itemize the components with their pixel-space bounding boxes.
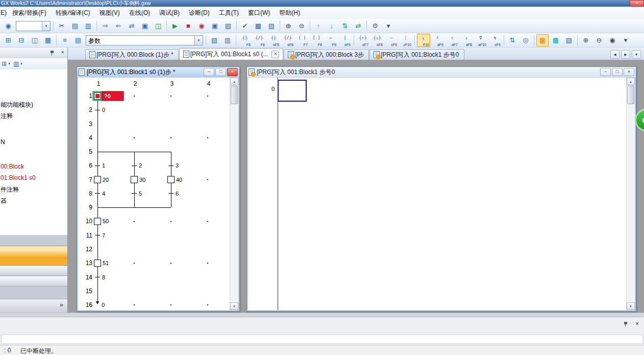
sfc-step-symbol[interactable] xyxy=(94,176,101,183)
ladder-edit-cursor[interactable] xyxy=(278,80,307,102)
sfc-step-symbol[interactable] xyxy=(94,218,101,225)
sort-order-button[interactable]: ▥▼ xyxy=(13,60,23,67)
delete-vertical-line-button[interactable]: ┆cF10 xyxy=(399,34,412,47)
sfc-vertical-scrollbar[interactable]: ▲ ▼ xyxy=(230,78,238,310)
closed-contact-button[interactable]: ┤/├F6 xyxy=(253,34,266,47)
program-check-button[interactable]: ✔ xyxy=(239,20,251,32)
window-close-button[interactable]: × xyxy=(630,0,644,7)
scrollbar-thumb[interactable] xyxy=(627,86,634,104)
horizontal-splitter[interactable] xyxy=(0,313,644,317)
chevron-more-icon[interactable]: » xyxy=(60,301,63,309)
menu-item-5[interactable]: 调试(B) xyxy=(155,7,184,19)
pin-icon[interactable] xyxy=(49,50,55,56)
sfc-step-symbol[interactable] xyxy=(131,176,138,183)
parameter-check-button[interactable]: ≡ xyxy=(59,34,71,46)
tab-document-1[interactable]: [PRG]写入 000:Block (1)步 * xyxy=(85,49,179,60)
menu-item-3[interactable]: 视图(V) xyxy=(95,7,125,19)
zoom-out-editor-button[interactable]: ⊖ xyxy=(593,34,605,46)
cross-reference-button[interactable]: ◎ xyxy=(519,34,532,46)
sfc-editor-canvas[interactable]: 123412345678910111213141516?001232030404… xyxy=(78,78,238,310)
verify-with-plc-button[interactable]: ⇄ xyxy=(126,20,138,32)
horizontal-line-button[interactable]: ─F9 xyxy=(324,34,337,47)
copy-button[interactable]: ▤ xyxy=(69,20,81,32)
ladder-vertical-scrollbar[interactable]: ▲ ▼ xyxy=(626,78,635,310)
read-mode-button[interactable]: ▧ xyxy=(222,20,234,32)
restore-button[interactable]: □ xyxy=(215,68,226,76)
zoom-in-button[interactable]: ⊕ xyxy=(282,20,294,32)
ladder-edit-mode-button[interactable]: ▦ xyxy=(536,34,549,46)
menu-item-8[interactable]: 窗口(W) xyxy=(243,7,275,19)
nav-user-library-button[interactable] xyxy=(0,266,67,276)
statement-display-button[interactable]: ▤ xyxy=(72,34,84,46)
pin-icon[interactable] xyxy=(623,321,629,327)
close-button[interactable]: × xyxy=(227,68,238,76)
window-tile-button[interactable]: ◫ xyxy=(29,34,41,46)
nav-connection-button[interactable] xyxy=(0,276,67,287)
zoom-out-button[interactable]: ⊖ xyxy=(295,20,308,32)
menu-item-edit-partial[interactable]: E) xyxy=(0,8,8,18)
zoom-in-editor-button[interactable]: ⊕ xyxy=(580,34,592,46)
project-data-list-button[interactable]: ◉ xyxy=(2,20,14,32)
window-split-button[interactable]: ⊟ xyxy=(15,34,28,46)
block-jump-button[interactable]: ⇄ xyxy=(352,20,364,32)
sfc-step-symbol[interactable] xyxy=(168,176,175,183)
minimize-button[interactable]: – xyxy=(204,68,214,76)
tab-close-icon[interactable]: × xyxy=(271,51,279,58)
menu-item-4[interactable]: 在线(O) xyxy=(125,7,155,19)
target-combo[interactable]: 参数▼ xyxy=(86,35,203,45)
scroll-up-icon[interactable]: ▲ xyxy=(230,78,238,85)
screen-jump-next-button[interactable]: ↓ xyxy=(326,20,338,32)
comment-display-button[interactable]: ▥ xyxy=(221,34,234,46)
tab-document-3[interactable]: [PRG]写入 000:Block 3步 xyxy=(284,49,369,60)
step-jump-button[interactable]: ⇅ xyxy=(339,20,351,32)
display-filter-button[interactable]: ⊞▼ xyxy=(2,60,11,67)
operation-result-button[interactable]: ↯cF9 xyxy=(488,34,502,47)
monitor-start-button[interactable]: ▶ xyxy=(169,20,181,32)
write-to-plc-button[interactable]: ⇒ xyxy=(99,20,111,32)
dock-close-icon[interactable]: × xyxy=(635,320,639,327)
tab-next-icon[interactable]: ▶ xyxy=(621,50,630,59)
tab-prev-icon[interactable]: ◀ xyxy=(610,50,620,59)
restore-button[interactable]: □ xyxy=(612,68,623,76)
paste-button[interactable]: ▥ xyxy=(82,20,94,32)
instruction-sort-button[interactable]: ⇅ xyxy=(506,34,518,46)
tab-document-4[interactable]: [PRG]写入 001:Block1 步号0 xyxy=(369,49,464,60)
device-find-button[interactable]: ◉ xyxy=(606,34,618,46)
line-write-button[interactable]: ┐F10 xyxy=(417,34,430,47)
closed-branch-button[interactable]: ┤/├sF6 xyxy=(281,34,294,47)
sfc-window-titlebar[interactable]: [PRG]写入 001:Block1 s0 (1)步 * – □ × xyxy=(77,67,239,77)
falling-pulse-button[interactable]: ┤↓├sF8 xyxy=(370,34,384,47)
coil-button[interactable]: ( )F7 xyxy=(295,34,309,47)
menu-item-1[interactable]: 搜索/替换(F) xyxy=(8,7,51,19)
monitor-write-mode-button[interactable]: ▣ xyxy=(209,20,221,32)
navigation-close-icon[interactable]: × xyxy=(61,49,64,55)
scroll-down-icon[interactable]: ▼ xyxy=(230,302,238,310)
monitor-start-all-button[interactable]: ◫ xyxy=(152,20,164,32)
vertical-line-button[interactable]: │sF9 xyxy=(338,34,352,47)
delete-horizontal-line-button[interactable]: ┄cF9 xyxy=(385,34,398,47)
close-button[interactable]: × xyxy=(624,68,634,76)
device-display-button[interactable]: ▧ xyxy=(208,34,220,46)
sfc-jump-arrow[interactable] xyxy=(96,301,99,304)
scroll-down-icon[interactable]: ▼ xyxy=(627,302,635,310)
window-grid-button[interactable]: ▦ xyxy=(42,34,54,46)
pulse-contact-button[interactable]: ∇aF10 xyxy=(474,34,487,47)
monitor-mode-button[interactable]: ◉ xyxy=(195,20,208,32)
rising-edge-or-button[interactable]: ↑aF7 xyxy=(445,34,459,47)
application-instruction-button[interactable]: [ ]F8 xyxy=(310,34,323,47)
screen-jump-prev-button[interactable]: ↑ xyxy=(312,20,325,32)
options-button[interactable]: ⚙ xyxy=(369,20,381,32)
rebuild-all-button[interactable]: ▨ xyxy=(265,20,278,32)
tree-item-7[interactable]: 器 xyxy=(1,197,7,205)
open-contact-button[interactable]: ┤├F5 xyxy=(238,34,252,47)
toolbar-overflow-button[interactable]: ▾ xyxy=(382,20,394,32)
menu-item-6[interactable]: 诊断(D) xyxy=(184,7,214,19)
build-button[interactable]: ▩ xyxy=(252,20,264,32)
monitor-display-button[interactable]: ▧ xyxy=(563,34,575,46)
nav-project-button[interactable] xyxy=(0,246,67,266)
scroll-up-icon[interactable]: ▲ xyxy=(627,78,635,85)
window-select-combo[interactable]: ▼ xyxy=(16,21,51,31)
cut-button[interactable]: ✂ xyxy=(56,20,68,32)
read-from-plc-button[interactable]: ⇐ xyxy=(112,20,125,32)
menu-item-2[interactable]: 转换/编译(C) xyxy=(51,7,95,19)
